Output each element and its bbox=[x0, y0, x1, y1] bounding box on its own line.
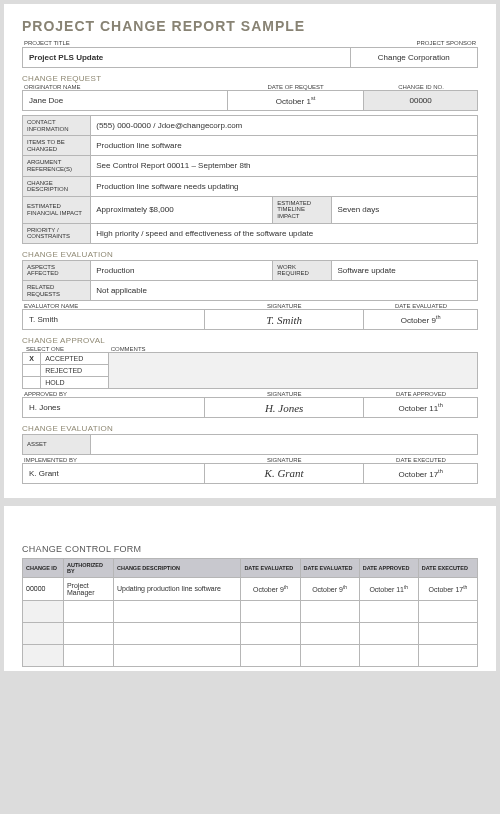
implemented-by: K. Grant bbox=[23, 463, 205, 483]
th-change-desc: CHANGE DESCRIPTION bbox=[113, 558, 240, 577]
cell-change-id: 00000 bbox=[23, 577, 64, 600]
est-fin-impact: Approximately $8,000 bbox=[91, 196, 273, 223]
implementer-signature: K. Grant bbox=[205, 463, 364, 483]
option-accepted[interactable]: ACCEPTED bbox=[41, 353, 109, 365]
table-row bbox=[23, 644, 478, 666]
items-to-change: Production line software bbox=[91, 136, 478, 156]
hold-mark[interactable] bbox=[23, 377, 41, 389]
label-contact-info: CONTACT INFORMATION bbox=[23, 116, 91, 136]
section-change-evaluation: CHANGE EVALUATION bbox=[22, 250, 478, 259]
project-title: Project PLS Update bbox=[23, 48, 351, 68]
th-date-evaluated2: DATE EVALUATED bbox=[300, 558, 359, 577]
label-project-title: PROJECT TITLE bbox=[22, 40, 350, 46]
label-project-sponsor: PROJECT SPONSOR bbox=[350, 40, 478, 46]
date-approved: October 11th bbox=[364, 398, 478, 418]
priority: High priority / speed and effectiveness … bbox=[91, 223, 478, 243]
cell-d1: October 9th bbox=[241, 577, 300, 600]
table-row bbox=[23, 600, 478, 622]
approved-by: H. Jones bbox=[23, 398, 205, 418]
date-executed: October 17th bbox=[364, 463, 478, 483]
cell-d3: October 11th bbox=[359, 577, 418, 600]
date-evaluated: October 9th bbox=[364, 310, 478, 330]
label-change-desc: CHANGE DESCRIPTION bbox=[23, 176, 91, 196]
table-row: 00000 Project Manager Updating productio… bbox=[23, 577, 478, 600]
th-authorized-by: AUTHORIZED BY bbox=[63, 558, 113, 577]
label-est-timeline-impact: ESTIMATED TIMELINE IMPACT bbox=[273, 196, 332, 223]
comments-box[interactable] bbox=[109, 353, 478, 389]
change-id-no: 00000 bbox=[364, 91, 478, 111]
change-desc: Production line software needs updating bbox=[91, 176, 478, 196]
cell-change-desc: Updating production line software bbox=[113, 577, 240, 600]
originator-name: Jane Doe bbox=[23, 91, 228, 111]
th-date-executed: DATE EXECUTED bbox=[418, 558, 477, 577]
section-change-request: CHANGE REQUEST bbox=[22, 74, 478, 83]
option-rejected[interactable]: REJECTED bbox=[41, 365, 109, 377]
th-date-approved: DATE APPROVED bbox=[359, 558, 418, 577]
section-change-evaluation2: CHANGE EVALUATION bbox=[22, 424, 478, 433]
aspects-affected: Production bbox=[91, 260, 273, 280]
related-requests: Not applicable bbox=[91, 280, 478, 300]
label-work-required: WORK REQUIRED bbox=[273, 260, 332, 280]
label-asset: ASSET bbox=[23, 435, 91, 455]
label-argument-refs: ARGUMENT REFERENCE(S) bbox=[23, 156, 91, 176]
th-date-evaluated: DATE EVALUATED bbox=[241, 558, 300, 577]
cell-d4: October 17th bbox=[418, 577, 477, 600]
approver-signature: H. Jones bbox=[205, 398, 364, 418]
label-aspects-affected: ASPECTS AFFECTED bbox=[23, 260, 91, 280]
evaluator-name: T. Smith bbox=[23, 310, 205, 330]
section-change-approval: CHANGE APPROVAL bbox=[22, 336, 478, 345]
rejected-mark[interactable] bbox=[23, 365, 41, 377]
report-title: PROJECT CHANGE REPORT SAMPLE bbox=[22, 18, 478, 34]
table-row bbox=[23, 622, 478, 644]
option-hold[interactable]: HOLD bbox=[41, 377, 109, 389]
est-timeline-impact: Seven days bbox=[332, 196, 478, 223]
form2-title: CHANGE CONTROL FORM bbox=[22, 544, 478, 554]
label-priority: PRIORITY / CONSTRAINTS bbox=[23, 223, 91, 243]
cell-authorized-by: Project Manager bbox=[63, 577, 113, 600]
date-of-request: October 1st bbox=[227, 91, 364, 111]
contact-info: (555) 000-0000 / Jdoe@changecorp.com bbox=[91, 116, 478, 136]
project-sponsor: Change Corporation bbox=[350, 48, 477, 68]
asset-value bbox=[91, 435, 478, 455]
label-items-to-change: ITEMS TO BE CHANGED bbox=[23, 136, 91, 156]
evaluator-signature: T. Smith bbox=[205, 310, 364, 330]
label-est-fin-impact: ESTIMATED FINANCIAL IMPACT bbox=[23, 196, 91, 223]
selected-mark[interactable]: X bbox=[23, 353, 41, 365]
cell-d2: October 9th bbox=[300, 577, 359, 600]
work-required: Software update bbox=[332, 260, 478, 280]
th-change-id: CHANGE ID bbox=[23, 558, 64, 577]
label-related-requests: RELATED REQUESTS bbox=[23, 280, 91, 300]
argument-refs: See Control Report 00011 – September 8th bbox=[91, 156, 478, 176]
